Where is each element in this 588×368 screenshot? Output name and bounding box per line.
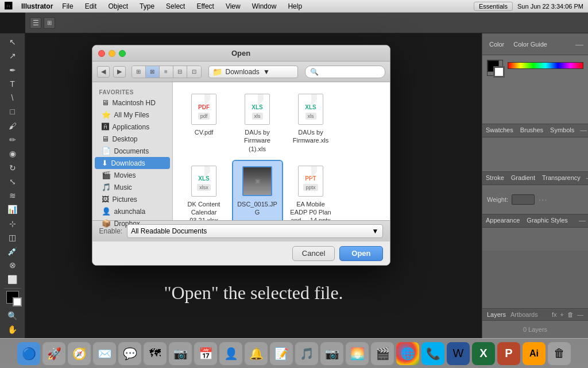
file-item-daus2[interactable]: XLS xls DAUs by Firmware.xls — [287, 89, 335, 156]
dock-finder[interactable]: 🔵 — [17, 342, 40, 365]
tab-stroke[interactable]: Stroke — [482, 172, 508, 185]
location-bar: 📁 Downloads ▼ — [208, 66, 298, 78]
dock-contacts[interactable]: 👤 — [219, 342, 242, 365]
dock-iphoto[interactable]: 🌅 — [346, 342, 369, 365]
file-item-dk[interactable]: XLS xlsx DK Content Calendar 03.21.xlsx — [180, 161, 229, 220]
layers-delete-icon[interactable]: 🗑 — [567, 311, 574, 318]
sidebar-item-macintosh[interactable]: 🖥 Macintosh HD — [95, 97, 170, 109]
view-coverflow-btn[interactable]: ⊡ — [187, 66, 201, 78]
view-list-btn[interactable]: ≡ — [160, 66, 173, 78]
tab-appearance[interactable]: Appearance — [482, 214, 523, 227]
sidebar-item-pictures[interactable]: 🖼 Pictures — [95, 193, 170, 205]
dock-word[interactable]: W — [447, 342, 470, 365]
menu-effect[interactable]: Effect — [194, 2, 216, 10]
appearance-menu-icon[interactable]: — — [577, 214, 588, 227]
close-button[interactable] — [98, 50, 105, 57]
jpg-preview-text: ▣ — [255, 178, 260, 184]
toolbar-menu-icon[interactable]: ☰ — [30, 17, 41, 29]
menu-select[interactable]: Select — [164, 2, 187, 10]
open-dialog: Open ◀ ▶ ⊞ ⊠ ≡ ⊟ ⊡ 📁 Downloads ▼ — [92, 45, 390, 266]
dialog-overlay: Open ◀ ▶ ⊞ ⊠ ≡ ⊟ ⊡ 📁 Downloads ▼ — [0, 33, 482, 338]
minimize-button[interactable] — [109, 50, 115, 57]
stroke-menu-icon[interactable]: — — [584, 172, 588, 185]
forward-button[interactable]: ▶ — [113, 66, 126, 78]
sidebar-item-desktop[interactable]: 🖥 Desktop — [95, 133, 170, 145]
dock-maps[interactable]: 🗺 — [144, 342, 167, 365]
dock-launchpad[interactable]: 🚀 — [42, 342, 65, 365]
dock-reminders[interactable]: 🔔 — [245, 342, 268, 365]
tab-symbols[interactable]: Symbols — [547, 124, 578, 137]
essentials-dropdown[interactable]: Essentials — [474, 2, 513, 11]
dock-skype[interactable]: 📞 — [421, 342, 444, 365]
back-button[interactable]: ◀ — [97, 66, 110, 78]
artboards-title[interactable]: Artboards — [510, 311, 538, 318]
search-input[interactable] — [305, 66, 385, 78]
pptx-doc-icon: PPT pptx — [298, 166, 323, 197]
tab-gradient[interactable]: Gradient — [508, 172, 539, 185]
dock-notes[interactable]: 📝 — [270, 342, 293, 365]
sidebar-item-downloads[interactable]: ⬇ Downloads — [95, 157, 170, 169]
dock-mail[interactable]: ✉️ — [93, 342, 116, 365]
color-swatch[interactable] — [487, 60, 503, 76]
sidebar-item-applications[interactable]: 🅰 Applications — [95, 121, 170, 133]
file-item-daus1[interactable]: XLS xls DAUs by Firmware (1).xls — [233, 89, 282, 156]
tab-graphic-styles[interactable]: Graphic Styles — [523, 214, 571, 227]
enable-dropdown[interactable]: All Readable Documents ▼ — [127, 224, 382, 238]
sidebar-item-allmyfiles[interactable]: ⭐ All My Files — [95, 109, 170, 121]
sidebar-item-music[interactable]: 🎵 Music — [95, 181, 170, 193]
tab-brushes[interactable]: Brushes — [517, 124, 547, 137]
color-spectrum[interactable] — [508, 62, 583, 69]
sidebar-item-label: akunchala — [114, 208, 146, 216]
file-item-dsc[interactable]: ▣ DSC_0015.JPG — [233, 161, 282, 220]
open-button[interactable]: Open — [339, 246, 382, 261]
dock-excel[interactable]: X — [472, 342, 495, 365]
dock-illustrator[interactable]: Ai — [523, 342, 546, 365]
swatches-menu-icon[interactable]: — — [578, 124, 588, 137]
location-dropdown[interactable]: 📁 Downloads ▼ — [208, 66, 298, 78]
stroke-weight-input[interactable] — [512, 194, 535, 205]
layers-title[interactable]: Layers — [487, 311, 506, 318]
file-icon-dk: XLS xlsx — [189, 164, 219, 198]
dock-chrome[interactable]: 🌐 — [396, 342, 419, 365]
sidebar-item-documents[interactable]: 📄 Documents — [95, 145, 170, 157]
dock-music[interactable]: 🎵 — [295, 342, 318, 365]
layers-add-icon[interactable]: + — [560, 311, 564, 318]
tab-swatches[interactable]: Swatches — [482, 124, 517, 137]
sidebar-item-label: Movies — [114, 171, 136, 179]
maximize-button[interactable] — [119, 50, 126, 57]
layers-fx-icon[interactable]: fx — [552, 311, 557, 318]
tab-color[interactable]: Color — [487, 40, 506, 49]
view-grid-btn[interactable]: ⊠ — [146, 66, 160, 78]
menu-help[interactable]: Help — [285, 2, 304, 10]
sidebar-item-movies[interactable]: 🎬 Movies — [95, 169, 170, 181]
dock-facetime[interactable]: 📷 — [169, 342, 192, 365]
sidebar-item-akunchala[interactable]: 👤 akunchala — [95, 205, 170, 217]
file-item-cv[interactable]: PDF pdf CV.pdf — [180, 89, 229, 156]
view-icon-btn[interactable]: ⊞ — [132, 66, 146, 78]
close-color-panel-icon[interactable]: — — [575, 40, 583, 49]
dock-photos[interactable]: 📷 — [320, 342, 343, 365]
tab-color-guide[interactable]: Color Guide — [511, 40, 550, 49]
menu-file[interactable]: File — [60, 2, 75, 10]
dock-safari[interactable]: 🧭 — [68, 342, 91, 365]
view-column-btn[interactable]: ⊟ — [173, 66, 187, 78]
dock-powerpoint[interactable]: P — [497, 342, 520, 365]
dock-trash[interactable]: 🗑 — [548, 342, 571, 365]
layers-close-icon[interactable]: — — [577, 311, 583, 318]
dock-messages[interactable]: 💬 — [118, 342, 141, 365]
tab-transparency[interactable]: Transparency — [539, 172, 584, 185]
menu-window[interactable]: Window — [250, 2, 279, 10]
dock-imovie[interactable]: 🎬 — [371, 342, 394, 365]
toolbar-arrange-icon[interactable]: ⊞ — [44, 17, 55, 29]
dock-calendar[interactable]: 📅 — [194, 342, 217, 365]
file-item-ea1[interactable]: PPT pptx EA Mobile EADP P0 Plan and...–1… — [287, 161, 335, 220]
menu-object[interactable]: Object — [106, 2, 130, 10]
cancel-button[interactable]: Cancel — [292, 246, 335, 261]
layers-content: 0 Layers — [482, 321, 588, 338]
dialog-window-controls — [98, 50, 126, 57]
menu-view[interactable]: View — [223, 2, 243, 10]
stroke-tabs: Stroke Gradient Transparency — — [482, 172, 588, 185]
layers-section: Layers Artboards fx + 🗑 — 0 Layers — [482, 308, 588, 338]
menu-type[interactable]: Type — [137, 2, 157, 10]
menu-edit[interactable]: Edit — [83, 2, 99, 10]
